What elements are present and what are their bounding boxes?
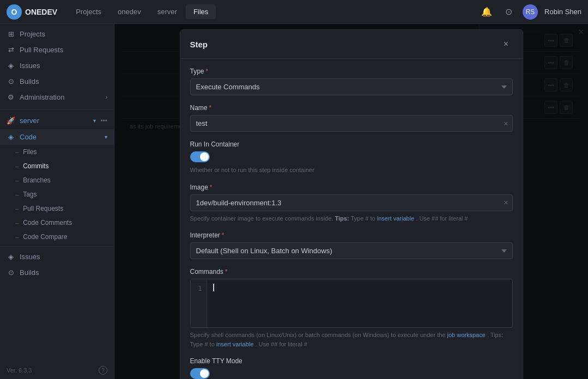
pr-icon: ⇄: [7, 46, 15, 54]
name-required: *: [209, 104, 212, 112]
nav-tab-onedev[interactable]: onedev: [110, 4, 149, 19]
help-icon-sidebar[interactable]: ?: [99, 366, 107, 375]
top-nav-right: 🔔 ⊙ RS Robin Shen: [479, 4, 581, 20]
notification-icon[interactable]: 🔔: [479, 4, 494, 20]
name-clear-btn[interactable]: ×: [504, 119, 508, 128]
sidebar-sub-code-compare[interactable]: Code Compare: [0, 230, 114, 244]
chevron-right-icon: ›: [106, 94, 107, 100]
chevron-down-icon: ▾: [93, 118, 96, 124]
sidebar-sub-pull-requests[interactable]: Pull Requests: [0, 201, 114, 216]
sidebar-divider-2: [0, 246, 114, 247]
interpreter-select[interactable]: Default (Shell on Linux, Batch on Window…: [190, 242, 513, 259]
sidebar-item-label: Issues: [20, 62, 107, 70]
interpreter-label: Interpreter *: [190, 231, 513, 239]
image-label: Image *: [190, 184, 513, 191]
files-label: Files: [23, 148, 37, 156]
commits-label: Commits: [23, 162, 49, 170]
code-compare-label: Code Compare: [23, 233, 67, 241]
commands-hint: Specify shell commands (on Linux/Unix) o…: [190, 331, 513, 349]
line-number-1: 1: [195, 284, 202, 294]
modal-header: Step ×: [180, 30, 523, 59]
commands-insert-variable-link[interactable]: insert variable: [216, 341, 253, 347]
interpreter-form-group: Interpreter * Default (Shell on Linux, B…: [190, 231, 513, 259]
help-icon[interactable]: ⊙: [501, 4, 516, 20]
sidebar-item-label: Builds: [20, 77, 107, 85]
interpreter-required: *: [222, 231, 225, 239]
nav-tab-server[interactable]: server: [150, 4, 185, 19]
tty-label: Enable TTY Mode: [190, 357, 513, 365]
line-numbers: 1: [191, 279, 207, 327]
run-in-container-section-label: Run In Container: [190, 140, 513, 148]
main-layout: ⊞ Projects ⇄ Pull Requests ◈ Issues ⊙ Bu…: [0, 24, 588, 379]
sidebar-item-builds[interactable]: ⊙ Builds: [0, 74, 114, 89]
commands-required: *: [225, 268, 228, 276]
content-area: ••• 🗑 ••• 🗑 ••• 🗑 ••• 🗑: [114, 24, 588, 379]
sidebar-item-issues-bottom[interactable]: ◈ Issues: [0, 249, 114, 265]
sidebar-project-header[interactable]: 🚀 server ▾ •••: [0, 112, 114, 129]
commands-input[interactable]: [207, 279, 512, 327]
issues-icon: ◈: [7, 62, 15, 70]
commands-form-group: Commands * 1 Specify shell: [190, 268, 513, 349]
sidebar-item-issues[interactable]: ◈ Issues: [0, 58, 114, 74]
nav-tab-files[interactable]: Files: [186, 4, 216, 19]
builds-icon-2: ⊙: [7, 268, 15, 277]
image-hint: Specify container image to execute comma…: [190, 214, 513, 223]
branches-label: Branches: [23, 176, 51, 184]
avatar[interactable]: RS: [523, 4, 538, 20]
name-input[interactable]: [190, 115, 513, 132]
type-required: *: [206, 68, 209, 75]
modal-overlay: Step × Type * Execute Commands: [114, 24, 588, 379]
type-select[interactable]: Execute Commands: [190, 78, 513, 95]
name-label: Name *: [190, 104, 513, 112]
sidebar-sub-tags[interactable]: Tags: [0, 187, 114, 201]
image-input-wrapper: ×: [190, 194, 513, 211]
code-comments-label: Code Comments: [23, 219, 72, 227]
sidebar-item-code[interactable]: ◈ Code ▾: [0, 129, 114, 145]
logo-icon: O: [7, 4, 22, 20]
app-logo[interactable]: O ONEDEV: [7, 4, 57, 20]
run-in-container-toggle[interactable]: [190, 151, 210, 162]
tags-label: Tags: [23, 191, 37, 198]
modal-body: Type * Execute Commands Name: [180, 59, 523, 379]
sidebar-footer: Ver. 6.3.3 ?: [0, 362, 114, 379]
nav-tab-projects[interactable]: Projects: [68, 4, 109, 19]
sidebar-sub-code-comments[interactable]: Code Comments: [0, 216, 114, 230]
rocket-icon: 🚀: [7, 117, 15, 125]
commands-label: Commands *: [190, 268, 513, 276]
sidebar-item-label: Code: [20, 133, 100, 141]
sidebar-item-projects[interactable]: ⊞ Projects: [0, 26, 114, 42]
type-select-wrapper: Execute Commands: [190, 78, 513, 95]
tty-form-group: Enable TTY Mode Many commands print outp…: [190, 357, 513, 379]
cursor: [213, 284, 214, 291]
tty-toggle-group: [190, 368, 513, 379]
sidebar-item-administration[interactable]: ⚙ Administration ›: [0, 89, 114, 105]
run-in-container-toggle-group: [190, 151, 513, 162]
image-clear-btn[interactable]: ×: [504, 198, 508, 207]
sidebar-sub-commits[interactable]: Commits: [0, 159, 114, 173]
builds-icon: ⊙: [7, 77, 15, 85]
admin-icon: ⚙: [7, 93, 15, 101]
modal-close-button[interactable]: ×: [500, 38, 513, 51]
top-nav: O ONEDEV Projects onedev server Files 🔔 …: [0, 0, 588, 24]
name-input-wrapper: ×: [190, 115, 513, 132]
more-icon[interactable]: •••: [100, 117, 107, 125]
sidebar-item-pull-requests[interactable]: ⇄ Pull Requests: [0, 42, 114, 58]
chevron-down-icon: ▾: [105, 134, 107, 140]
sidebar: ⊞ Projects ⇄ Pull Requests ◈ Issues ⊙ Bu…: [0, 24, 114, 379]
step-modal: Step × Type * Execute Commands: [180, 29, 523, 379]
pull-requests-label: Pull Requests: [23, 205, 63, 212]
sidebar-item-label: Projects: [20, 30, 107, 38]
sidebar-item-builds-bottom[interactable]: ⊙ Builds: [0, 265, 114, 280]
user-name: Robin Shen: [544, 8, 581, 16]
job-workspace-link[interactable]: job workspace: [447, 332, 486, 338]
sidebar-sub-files[interactable]: Files: [0, 145, 114, 159]
run-in-container-group: Run In Container Whether or not to run t…: [190, 140, 513, 175]
sidebar-sub-branches[interactable]: Branches: [0, 173, 114, 187]
image-required: *: [210, 184, 213, 191]
issues-icon-2: ◈: [7, 253, 15, 261]
image-insert-variable-link[interactable]: insert variable: [377, 215, 414, 222]
tty-toggle[interactable]: [190, 368, 210, 379]
image-input[interactable]: [190, 194, 513, 211]
image-form-group: Image * × Specify container image to exe…: [190, 184, 513, 223]
app-name: ONEDEV: [25, 8, 57, 16]
